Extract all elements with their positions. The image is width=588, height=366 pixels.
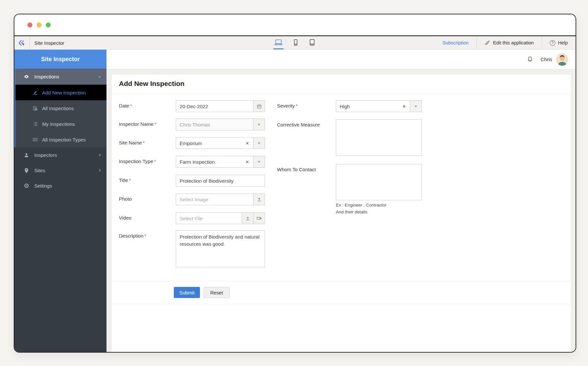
chevron-down-icon bbox=[97, 74, 102, 79]
app-header: Chris bbox=[106, 50, 576, 69]
site-name-label: Site Name* bbox=[119, 140, 145, 145]
sidebar-filler bbox=[14, 193, 106, 352]
dropdown-caret-icon[interactable]: ▾ bbox=[253, 119, 265, 130]
sidebar-item-settings[interactable]: ⚙ Settings bbox=[14, 178, 106, 193]
date-field bbox=[176, 100, 265, 112]
toolbar: Site Inspector bbox=[14, 35, 576, 50]
edit-application-button[interactable]: Edit this application bbox=[477, 36, 542, 49]
title-label: Title* bbox=[119, 177, 131, 183]
divider bbox=[112, 281, 571, 281]
inspector-name-field: ▾ bbox=[176, 119, 265, 130]
pencil-icon bbox=[484, 40, 490, 46]
upload-icon[interactable] bbox=[253, 193, 265, 205]
eye-icon bbox=[24, 74, 29, 80]
form-edit-icon bbox=[32, 90, 38, 95]
inspection-type-field: × ▾ bbox=[176, 156, 265, 168]
video-camera-icon[interactable] bbox=[253, 212, 265, 224]
whom-helper-line2: And their details bbox=[336, 209, 368, 214]
reset-button[interactable]: Reset bbox=[204, 287, 230, 298]
title-field bbox=[176, 175, 265, 187]
divider bbox=[112, 304, 571, 304]
sidebar-submenu-inspections: Add New Inspection All In bbox=[15, 85, 106, 147]
date-input[interactable] bbox=[180, 104, 250, 109]
description-label: Description* bbox=[119, 233, 146, 239]
user-name: Chris bbox=[541, 57, 552, 62]
inspector-name-input[interactable] bbox=[180, 122, 250, 127]
sidebar-item-sites[interactable]: Sites bbox=[14, 163, 106, 178]
toolbar-app-name: Site Inspector bbox=[34, 40, 64, 46]
help-button[interactable]: ? Help bbox=[542, 36, 576, 49]
chart-icon bbox=[32, 137, 38, 142]
notifications-bell-icon[interactable] bbox=[527, 56, 533, 63]
sidebar-item-inspections[interactable]: Inspections bbox=[15, 69, 106, 85]
sidebar-app-title: Site Inspector bbox=[14, 50, 106, 69]
pin-icon bbox=[24, 168, 29, 174]
date-label: Date* bbox=[119, 103, 132, 108]
zoom-window-icon[interactable] bbox=[46, 23, 51, 27]
chevron-right-icon bbox=[97, 153, 102, 158]
divider bbox=[112, 94, 571, 94]
clear-icon[interactable]: × bbox=[245, 159, 250, 165]
clear-icon[interactable]: × bbox=[402, 104, 406, 109]
video-input[interactable] bbox=[180, 216, 238, 221]
calendar-icon[interactable] bbox=[253, 100, 265, 112]
corrective-measure-textarea[interactable] bbox=[336, 119, 422, 156]
description-textarea[interactable]: Protection of Biodiversity and natural r… bbox=[176, 230, 265, 267]
list-icon bbox=[32, 121, 38, 127]
severity-input[interactable] bbox=[340, 104, 399, 109]
page-title: Add New Inspection bbox=[119, 80, 185, 88]
sidebar: Site Inspector Inspections bbox=[14, 50, 106, 352]
dropdown-caret-icon[interactable]: ▾ bbox=[253, 137, 265, 149]
mobile-preview-button[interactable] bbox=[291, 36, 300, 49]
subscription-link[interactable]: Subscription bbox=[434, 36, 476, 49]
document-icon bbox=[32, 106, 38, 111]
inspector-name-label: Inspector Name* bbox=[119, 121, 156, 127]
inspection-type-input[interactable] bbox=[180, 159, 242, 165]
sidebar-group-inspections: Inspections Add New Inspection bbox=[14, 69, 106, 147]
photo-field bbox=[176, 193, 265, 205]
close-window-icon[interactable] bbox=[27, 23, 32, 27]
severity-field: × ▾ bbox=[336, 100, 422, 112]
clear-icon[interactable]: × bbox=[245, 141, 250, 146]
gear-icon: ⚙ bbox=[24, 183, 29, 189]
avatar bbox=[556, 53, 568, 66]
creator-logo-icon[interactable] bbox=[18, 39, 25, 47]
chevron-right-icon bbox=[97, 168, 102, 173]
desktop-preview-button[interactable] bbox=[273, 36, 284, 49]
site-name-field: × ▾ bbox=[176, 137, 265, 149]
sidebar-item-inspectors[interactable]: Inspectors bbox=[14, 147, 106, 163]
app-window: Site Inspector bbox=[14, 14, 576, 353]
minimize-window-icon[interactable] bbox=[37, 23, 41, 27]
inspection-type-label: Inspection Type* bbox=[119, 158, 156, 164]
video-field bbox=[176, 212, 265, 224]
person-icon bbox=[24, 152, 29, 158]
window-titlebar bbox=[14, 14, 576, 35]
title-input[interactable] bbox=[180, 178, 261, 184]
whom-helper-line1: Ex : Engineer , Contractor bbox=[336, 203, 386, 208]
site-name-input[interactable] bbox=[180, 141, 242, 146]
user-profile[interactable]: Chris bbox=[541, 53, 568, 66]
form-card: Add New Inspection Date* bbox=[112, 75, 571, 352]
tablet-preview-button[interactable] bbox=[308, 36, 317, 49]
upload-icon[interactable] bbox=[242, 212, 253, 224]
submit-button[interactable]: Submit bbox=[174, 287, 200, 298]
dropdown-caret-icon[interactable]: ▾ bbox=[253, 156, 265, 168]
photo-label: Photo bbox=[119, 196, 132, 202]
sidebar-item-my-inspections[interactable]: My Inspections bbox=[15, 116, 106, 132]
severity-label: Severity* bbox=[277, 103, 298, 108]
help-icon: ? bbox=[550, 40, 555, 46]
video-label: Video bbox=[119, 215, 131, 221]
corrective-measure-label: Corrective Measure bbox=[277, 122, 320, 127]
sidebar-item-add-new-inspection[interactable]: Add New Inspection bbox=[15, 85, 106, 100]
toolbar-divider bbox=[29, 36, 30, 49]
sidebar-item-all-inspection-types[interactable]: All Inspection Types bbox=[15, 132, 106, 147]
whom-to-contact-label: Whom To Contact bbox=[277, 167, 316, 172]
dropdown-caret-icon[interactable]: ▾ bbox=[410, 100, 422, 112]
sidebar-item-all-inspections[interactable]: All Inspections bbox=[15, 100, 106, 116]
whom-to-contact-textarea[interactable] bbox=[336, 164, 422, 200]
device-preview-switcher bbox=[273, 36, 317, 49]
photo-input[interactable] bbox=[180, 197, 250, 202]
